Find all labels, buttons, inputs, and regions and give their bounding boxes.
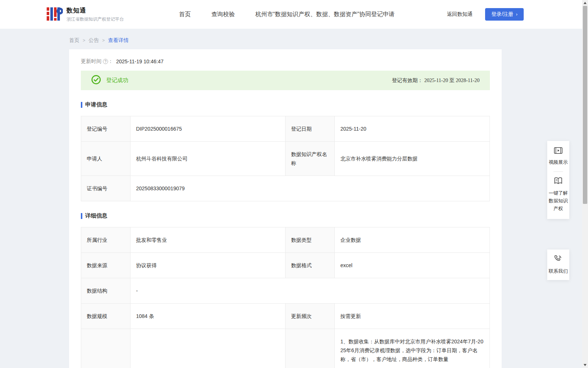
cert-no-value: 20250833000019079: [130, 176, 490, 201]
breadcrumb: 首页 > 公告 > 查看详情: [69, 37, 588, 44]
empty-label-cell: [285, 329, 334, 368]
breadcrumb-separator: >: [83, 38, 85, 43]
validity-label: 登记有效期：: [392, 77, 423, 83]
frequency-value: 按需更新: [335, 304, 490, 329]
breadcrumb-separator: >: [102, 38, 105, 43]
reg-date-label: 登记日期: [285, 116, 334, 142]
scale-label: 数据规模: [81, 304, 130, 329]
phone-icon: [554, 258, 563, 264]
table-row: 1、数据收集：从数据库中对北京市用户补水喷雾2024年7月-2025年6月消费记…: [81, 329, 490, 368]
status-text: 登记成功: [106, 77, 128, 84]
description-value: 1、数据收集：从数据库中对北京市用户补水喷雾2024年7月-2025年6月消费记…: [335, 329, 490, 368]
update-time-value: 2025-11-19 10:46:47: [116, 59, 164, 64]
update-time-colon: ：: [108, 58, 113, 65]
header-right: 返回数知通 登录/注册 ›: [447, 8, 524, 21]
structure-label: 数据结构: [81, 278, 130, 304]
nav-item-home[interactable]: 首页: [179, 11, 191, 18]
apply-info-table: 登记编号 DIP2025000016675 登记日期 2025-11-20 申请…: [81, 116, 490, 201]
section-bar: [81, 213, 82, 219]
source-value: 协议获得: [130, 253, 286, 278]
ip-name-label: 数据知识产权名称: [285, 142, 334, 176]
logo-text: 数知通 浙江省数据知识产权登记平台: [67, 6, 124, 22]
table-row: 证书编号 20250833000019079: [81, 176, 490, 201]
validity-period: 登记有效期： 2025-11-20 至 2028-11-20: [392, 77, 480, 84]
section-title-detail-info: 详细信息: [81, 212, 490, 219]
nav-item-query-verify[interactable]: 查询校验: [211, 11, 235, 18]
login-register-button[interactable]: 登录/注册 ›: [485, 8, 524, 21]
data-type-value: 企业数据: [335, 227, 490, 253]
floating-panel-resources: 视频展示 一键了解数据知识产权: [547, 141, 569, 219]
breadcrumb-current: 查看详情: [108, 37, 129, 44]
section-bar: [81, 102, 82, 108]
industry-value: 批发和零售业: [130, 227, 286, 253]
logo[interactable]: 数知通 浙江省数据知识产权登记平台: [46, 5, 124, 24]
detail-info-table: 所属行业 批发和零售业 数据类型 企业数据 数据来源 协议获得 数据格式 exc…: [81, 227, 490, 368]
section-title-apply-info: 申请信息: [81, 101, 490, 108]
table-row: 数据规模 1084 条 更新频次 按需更新: [81, 304, 490, 329]
divider: [553, 171, 563, 172]
format-value: excel: [335, 253, 490, 278]
industry-label: 所属行业: [81, 227, 130, 253]
scroll-up-icon[interactable]: [584, 2, 587, 4]
help-icon[interactable]: ?: [103, 59, 108, 64]
main-nav: 首页 查询校验 杭州市“数据知识产权、数据、数据资产”协同登记申请: [179, 11, 415, 18]
reg-no-label: 登记编号: [81, 116, 130, 142]
logo-title: 数知通: [67, 6, 124, 15]
video-showcase-label: 视频展示: [549, 158, 568, 166]
learn-data-ip-item[interactable]: 一键了解数据知识产权: [549, 177, 568, 212]
source-label: 数据来源: [81, 253, 130, 278]
validity-dates: 2025-11-20 至 2028-11-20: [424, 78, 480, 83]
breadcrumb-announcement[interactable]: 公告: [89, 37, 99, 44]
check-circle-icon: [91, 75, 101, 86]
table-row: 所属行业 批发和零售业 数据类型 企业数据: [81, 227, 490, 253]
video-icon: [554, 149, 563, 155]
table-row: 申请人 杭州斗谷科技有限公司 数据知识产权名称 北京市补水喷雾消费能力分层数据: [81, 142, 490, 176]
learn-data-ip-label: 一键了解数据知识产权: [549, 189, 568, 212]
empty-label-cell: [81, 329, 130, 368]
format-label: 数据格式: [285, 253, 334, 278]
book-icon: [554, 180, 563, 186]
applicant-value: 杭州斗谷科技有限公司: [130, 142, 286, 176]
contact-us-label: 联系我们: [549, 267, 568, 275]
table-row: 数据结构 -: [81, 278, 490, 304]
scale-value: 1084 条: [130, 304, 286, 329]
logo-subtitle: 浙江省数据知识产权登记平台: [67, 16, 124, 22]
empty-value-cell: [130, 329, 286, 368]
table-row: 登记编号 DIP2025000016675 登记日期 2025-11-20: [81, 116, 490, 142]
breadcrumb-home[interactable]: 首页: [69, 37, 79, 44]
header: 数知通 浙江省数据知识产权登记平台 首页 查询校验 杭州市“数据知识产权、数据、…: [0, 0, 588, 29]
update-time-label: 更新时间: [81, 58, 101, 65]
registration-status-banner: 登记成功 登记有效期： 2025-11-20 至 2028-11-20: [81, 71, 490, 90]
login-register-label: 登录/注册: [491, 11, 513, 18]
scroll-down-icon[interactable]: [584, 364, 587, 366]
applicant-label: 申请人: [81, 142, 130, 176]
reg-no-value: DIP2025000016675: [130, 116, 286, 142]
back-to-shuzhitong-link[interactable]: 返回数知通: [447, 11, 473, 18]
floating-panel-contact[interactable]: 联系我们: [547, 250, 569, 280]
ip-name-value: 北京市补水喷雾消费能力分层数据: [335, 142, 490, 176]
section-title-text: 申请信息: [85, 101, 107, 108]
vertical-scrollbar[interactable]: [582, 0, 588, 368]
structure-value: -: [130, 278, 490, 304]
nav-item-hangzhou-joint-registration[interactable]: 杭州市“数据知识产权、数据、数据资产”协同登记申请: [255, 11, 395, 18]
cert-no-label: 证书编号: [81, 176, 130, 201]
logo-icon: [46, 5, 63, 24]
chevron-right-icon: ›: [516, 12, 517, 17]
section-title-text: 详细信息: [85, 212, 107, 219]
scrollbar-thumb[interactable]: [583, 6, 587, 204]
data-type-label: 数据类型: [285, 227, 334, 253]
reg-date-value: 2025-11-20: [335, 116, 490, 142]
status: 登记成功: [91, 75, 128, 86]
video-showcase-item[interactable]: 视频展示: [549, 147, 568, 166]
frequency-label: 更新频次: [285, 304, 334, 329]
detail-card: 更新时间 ? ： 2025-11-19 10:46:47 登记成功 登记有效期：…: [69, 49, 502, 368]
table-row: 数据来源 协议获得 数据格式 excel: [81, 253, 490, 278]
update-time-row: 更新时间 ? ： 2025-11-19 10:46:47: [81, 55, 490, 65]
